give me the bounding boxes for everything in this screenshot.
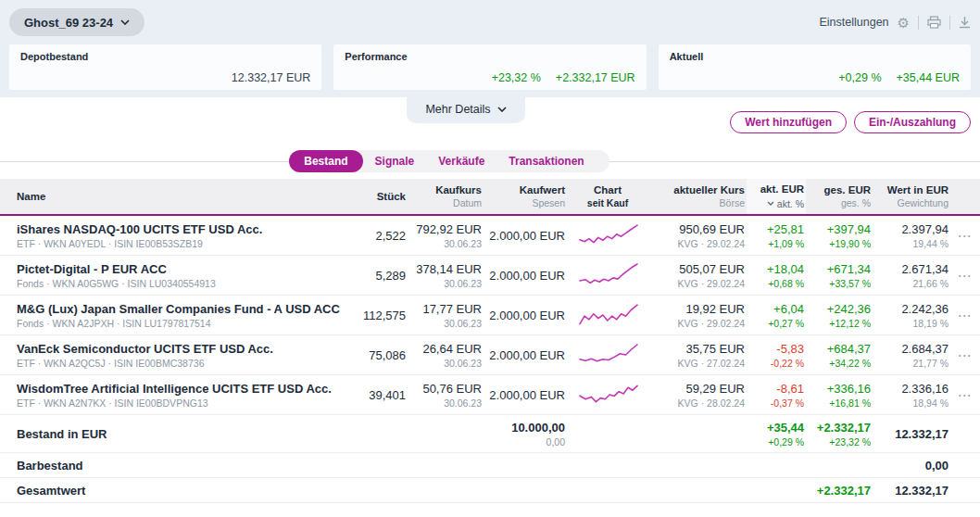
sparkline-chart[interactable] <box>567 382 650 408</box>
aktuell-value: +35,44 EUR <box>897 71 960 84</box>
depotbestand-label: Depotbestand <box>20 51 310 62</box>
kaufwert-cell: 2.000,00 EUR <box>484 229 567 243</box>
position-title: iShares NASDAQ-100 UCITS ETF USD Acc. <box>17 222 341 236</box>
divider <box>918 16 919 30</box>
gear-icon[interactable]: ⚙ <box>898 16 910 30</box>
performance-label: Performance <box>345 51 634 62</box>
sparkline-chart[interactable] <box>567 302 650 328</box>
sparkline-chart[interactable] <box>567 262 650 288</box>
akt-eur-cell: -5,83-0,22 % <box>747 342 806 369</box>
table-row[interactable]: iShares NASDAQ-100 UCITS ETF USD Acc. ET… <box>0 216 980 256</box>
ges-eur-cell: +242,36+12,12 % <box>806 302 873 329</box>
tab-divider-line <box>609 161 980 162</box>
portfolio-selector[interactable]: Ghost_69 23-24 <box>9 8 144 36</box>
kaufkurs-cell: 378,14 EUR30.06.23 <box>408 262 484 289</box>
position-subtitle: Fonds · WKN A2JPXH · ISIN LU1797817514 <box>17 318 341 329</box>
depotbestand-value: 12.332,17 EUR <box>232 71 310 84</box>
ges-eur-cell: +336,16+16,81 % <box>806 382 873 409</box>
row-menu-icon[interactable]: ··· <box>959 389 973 402</box>
wert-hinzufuegen-button[interactable]: Wert hinzufügen <box>730 111 847 133</box>
barbestand-row: Barbestand 0,00 <box>0 453 980 478</box>
stueck-cell: 5,289 <box>341 269 408 283</box>
col-header-kaufkurs: KaufkursDatum <box>408 184 484 208</box>
tab-verkaeufe[interactable]: Verkäufe <box>426 150 496 172</box>
bestand-total-row: Bestand in EUR 10.000,000,00 +35,44+0,29… <box>0 415 980 453</box>
table-header: Name Stück KaufkursDatum KaufwertSpesen … <box>0 179 980 216</box>
akt-eur-cell: +25,81+1,09 % <box>747 222 806 249</box>
gesamtwert-ges-cell: +2.332,17 <box>806 484 873 498</box>
tab-bestand[interactable]: Bestand <box>289 150 362 172</box>
total-kaufwert-cell: 10.000,000,00 <box>484 421 567 448</box>
print-icon[interactable] <box>927 16 941 29</box>
tab-transaktionen[interactable]: Transaktionen <box>496 150 596 172</box>
row-menu-icon[interactable]: ··· <box>959 349 973 362</box>
gesamtwert-label: Gesamtwert <box>0 484 341 498</box>
position-name-cell[interactable]: M&G (Lux) Japan Smaller Companies Fund -… <box>0 302 341 329</box>
stueck-cell: 2,522 <box>341 229 408 243</box>
stueck-cell: 75,086 <box>341 348 408 362</box>
position-title: M&G (Lux) Japan Smaller Companies Fund -… <box>17 302 341 316</box>
kaufwert-cell: 2.000,00 EUR <box>484 388 567 402</box>
kaufwert-cell: 2.000,00 EUR <box>484 348 567 362</box>
chevron-down-icon <box>120 19 130 25</box>
ges-eur-cell: +684,37+34,22 % <box>806 342 873 369</box>
col-header-chart: Chartseit Kauf <box>567 184 650 208</box>
wert-cell: 2.671,3421,66 % <box>873 262 950 289</box>
position-title: Pictet-Digital - P EUR ACC <box>17 262 341 276</box>
settings-label[interactable]: Einstellungen <box>819 16 888 29</box>
sparkline-chart[interactable] <box>567 342 650 368</box>
position-name-cell[interactable]: WisdomTree Artificial Intelligence UCITS… <box>0 382 341 409</box>
col-header-name: Name <box>0 191 341 202</box>
depotbestand-card: Depotbestand 12.332,17 EUR <box>9 44 321 90</box>
sparkline-chart[interactable] <box>567 222 650 248</box>
row-menu-cell: ··· <box>950 388 980 402</box>
chevron-down-icon <box>497 107 507 112</box>
kurs-cell: 59,29 EURKVG · 28.02.24 <box>650 382 747 409</box>
total-wert-cell: 12.332,17 <box>873 427 950 441</box>
table-body: iShares NASDAQ-100 UCITS ETF USD Acc. ET… <box>0 216 980 415</box>
aktuell-label: Aktuell <box>670 51 960 62</box>
tab-divider-line <box>0 161 289 162</box>
row-menu-icon[interactable]: ··· <box>959 230 973 243</box>
kurs-cell: 505,07 EURKVG · 29.02.24 <box>650 262 747 289</box>
aktuell-percent: +0,29 % <box>838 71 881 84</box>
position-name-cell[interactable]: iShares NASDAQ-100 UCITS ETF USD Acc. ET… <box>0 222 341 249</box>
top-bar: Ghost_69 23-24 Einstellungen ⚙ Depotbest… <box>0 0 980 97</box>
portfolio-name: Ghost_69 23-24 <box>24 16 113 30</box>
ein-auszahlung-button[interactable]: Ein-/Auszahlung <box>854 111 971 133</box>
kurs-cell: 35,75 EURKVG · 27.02.24 <box>650 342 747 369</box>
row-menu-icon[interactable]: ··· <box>959 270 973 283</box>
kaufkurs-cell: 26,64 EUR30.06.23 <box>408 342 484 369</box>
position-subtitle: ETF · WKN A2QC5J · ISIN IE00BMC38736 <box>17 358 341 369</box>
sort-chevron-down-icon <box>767 201 774 206</box>
kurs-cell: 950,69 EURKVG · 29.02.24 <box>650 222 747 249</box>
barbestand-wert-cell: 0,00 <box>873 459 950 473</box>
table-row[interactable]: Pictet-Digital - P EUR ACC Fonds · WKN A… <box>0 256 980 296</box>
col-header-kurs: aktueller KursBörse <box>650 184 747 208</box>
col-header-ges: ges. EURges. % <box>806 184 873 208</box>
wert-cell: 2.397,9419,44 % <box>873 222 950 249</box>
row-menu-icon[interactable]: ··· <box>959 309 973 322</box>
position-name-cell[interactable]: Pictet-Digital - P EUR ACC Fonds · WKN A… <box>0 262 341 289</box>
performance-value: +2.332,17 EUR <box>556 71 635 84</box>
row-menu-cell: ··· <box>950 269 980 283</box>
download-icon[interactable] <box>959 16 971 29</box>
kaufkurs-cell: 17,77 EUR30.06.23 <box>408 302 484 329</box>
ges-eur-cell: +671,34+33,57 % <box>806 262 873 289</box>
akt-eur-cell: -8,61-0,37 % <box>747 382 806 409</box>
table-row[interactable]: VanEck Semiconductor UCITS ETF USD Acc. … <box>0 335 980 375</box>
total-ges-cell: +2.332,17+23,32 % <box>806 421 873 448</box>
performance-percent: +23,32 % <box>492 71 541 84</box>
ges-eur-cell: +397,94+19,90 % <box>806 222 873 249</box>
table-row[interactable]: WisdomTree Artificial Intelligence UCITS… <box>0 375 980 415</box>
stueck-cell: 39,401 <box>341 388 408 402</box>
mehr-details-button[interactable]: Mehr Details <box>407 97 524 123</box>
col-header-akt-sorted[interactable]: akt. EUR akt. % <box>747 179 806 214</box>
position-subtitle: ETF · WKN A0YEDL · ISIN IE00B53SZB19 <box>17 238 341 249</box>
position-name-cell[interactable]: VanEck Semiconductor UCITS ETF USD Acc. … <box>0 342 341 369</box>
table-row[interactable]: M&G (Lux) Japan Smaller Companies Fund -… <box>0 296 980 335</box>
barbestand-label: Barbestand <box>0 459 341 473</box>
kaufwert-cell: 2.000,00 EUR <box>484 309 567 322</box>
stueck-cell: 112,575 <box>341 309 408 322</box>
tab-signale[interactable]: Signale <box>363 150 427 172</box>
